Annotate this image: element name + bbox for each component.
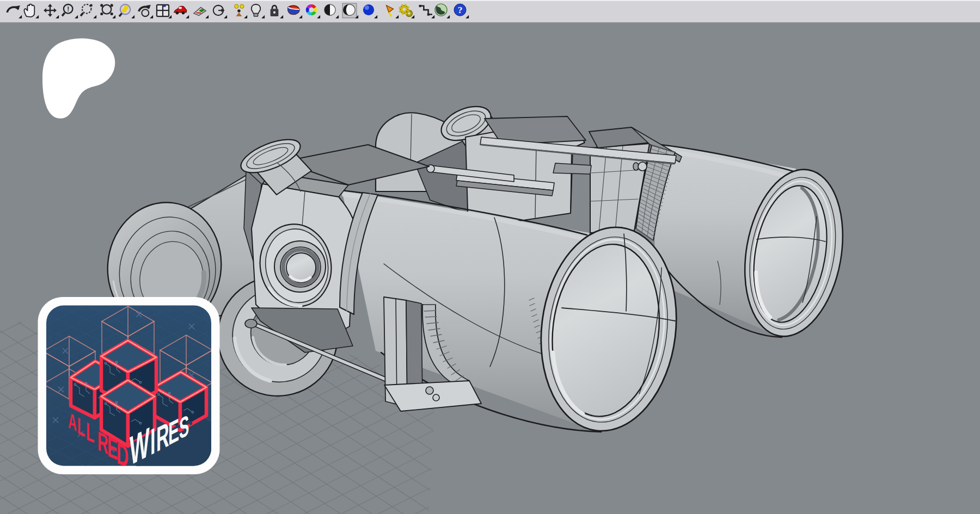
svg-text:L: L xyxy=(77,412,85,442)
svg-text:A: A xyxy=(68,408,77,436)
svg-text:?: ? xyxy=(458,4,463,15)
svg-text:R: R xyxy=(156,414,169,460)
svg-text:S: S xyxy=(179,408,189,445)
svg-text:E: E xyxy=(168,411,179,452)
svg-text:!: ! xyxy=(67,5,69,13)
svg-text:L: L xyxy=(86,417,94,449)
svg-text:I: I xyxy=(150,419,156,463)
svg-text:R: R xyxy=(97,425,108,460)
